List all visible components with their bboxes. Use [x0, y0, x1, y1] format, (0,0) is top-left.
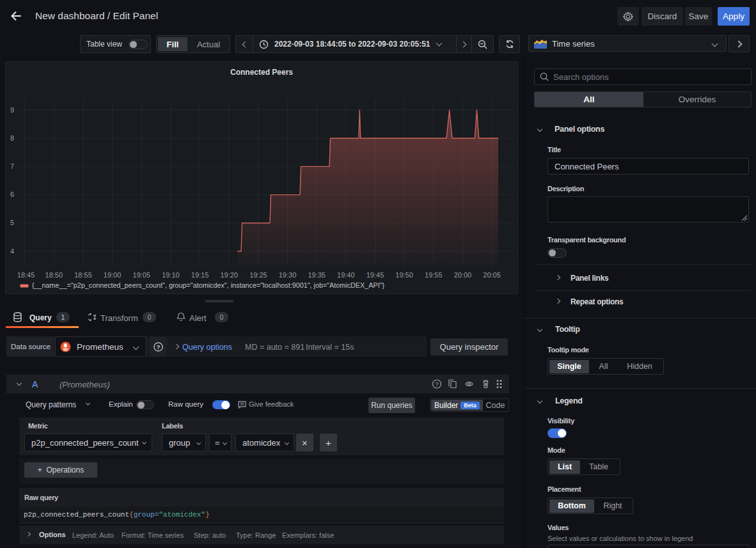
svg-text:19:55: 19:55: [425, 271, 443, 279]
svg-text:19:45: 19:45: [366, 271, 384, 279]
svg-text:19:20: 19:20: [220, 271, 238, 279]
svg-text:19:05: 19:05: [133, 271, 151, 279]
svg-text:{__name__="p2p_connected_peers: {__name__="p2p_connected_peers_count", g…: [32, 281, 384, 289]
svg-text:5: 5: [10, 219, 14, 226]
svg-text:7: 7: [10, 162, 14, 170]
svg-text:8: 8: [10, 134, 14, 142]
svg-text:19:25: 19:25: [249, 271, 267, 279]
svg-text:18:50: 18:50: [45, 271, 63, 279]
svg-text:19:30: 19:30: [279, 271, 297, 279]
svg-text:19:50: 19:50: [395, 271, 413, 279]
svg-text:19:35: 19:35: [308, 271, 326, 279]
svg-text:?: ?: [435, 381, 438, 388]
svg-text:20:05: 20:05: [483, 271, 501, 279]
svg-text:20:00: 20:00: [454, 271, 472, 279]
svg-text:19:40: 19:40: [337, 271, 355, 279]
svg-text:18:55: 18:55: [74, 271, 92, 279]
svg-text:19:00: 19:00: [104, 271, 122, 279]
svg-text:4: 4: [10, 247, 14, 255]
svg-text:18:45: 18:45: [17, 271, 35, 279]
svg-text:19:15: 19:15: [191, 271, 209, 279]
svg-text:?: ?: [156, 343, 160, 350]
svg-text:9: 9: [10, 106, 14, 114]
svg-text:19:10: 19:10: [162, 271, 180, 279]
svg-text:6: 6: [10, 191, 14, 198]
